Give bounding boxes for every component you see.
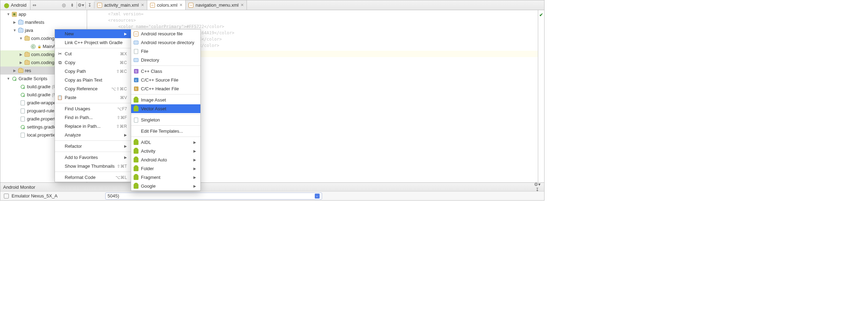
collapse-all-icon[interactable]: ⇟ [68,0,77,10]
menu-item[interactable]: Replace in Path... ⇧⌘R [55,122,131,131]
submenu-arrow-icon [193,140,196,144]
menu-item-icon [57,40,63,46]
tree-label: build.gradle [27,84,50,89]
menu-item-label: C++ Class [141,69,162,74]
menu-item[interactable]: S C++ Class [131,67,200,76]
menu-item[interactable]: Add to Favorites [55,153,131,162]
menu-item[interactable]: File [131,47,200,56]
menu-item[interactable]: Image Asset [131,96,200,104]
menu-separator [131,65,200,66]
menu-item-label: File [141,49,148,54]
close-icon[interactable]: ✕ [141,3,144,7]
menu-item[interactable]: New [55,29,131,38]
menu-item-label: Paste [65,95,76,100]
tree-label: Gradle Scripts [19,76,47,81]
menu-item[interactable]: ⧉ Copy ⌘C [55,58,131,67]
menu-item[interactable]: 📋 Paste ⌘V [55,93,131,102]
submenu-arrow-icon [124,144,127,148]
tree-arrow-icon[interactable] [7,77,10,81]
submenu-arrow-icon [124,155,127,159]
tree-label: local.properties [27,132,58,138]
menu-item-icon [133,57,139,63]
tree-arrow-icon[interactable] [13,28,16,32]
menu-item[interactable]: Find Usages ⌥F7 [55,104,131,113]
menu-item[interactable]: Copy Reference ⌥⇧⌘C [55,84,131,93]
menu-item[interactable]: Fragment [131,173,200,182]
menu-item[interactable]: Google [131,182,200,190]
tree-arrow-icon[interactable] [19,53,23,56]
menu-item[interactable]: Copy Path ⇧⌘C [55,67,131,76]
tree-node-icon [18,20,23,25]
menu-item-icon [133,31,139,37]
menu-item[interactable]: c C/C++ Source File [131,76,200,84]
menu-item[interactable]: AIDL [131,138,200,147]
collapse-expand-icon[interactable]: ⇔ [30,0,39,10]
tree-label: java [25,28,33,33]
menu-item[interactable]: Analyze [55,131,131,139]
menu-item[interactable]: Activity [131,147,200,155]
menu-item[interactable]: Android Auto [131,155,200,164]
menu-item[interactable]: Copy as Plain Text [55,76,131,84]
tree-arrow-icon[interactable] [19,36,23,40]
menu-item[interactable]: Vector Asset [131,104,200,113]
menu-shortcut: ⇧⌘R [116,124,127,129]
menu-item-icon [57,77,63,83]
menu-separator [55,172,131,172]
menu-item[interactable]: Directory [131,56,200,64]
menu-item[interactable]: h C/C++ Header File [131,84,200,93]
tree-arrow-icon[interactable] [13,69,16,72]
menu-item[interactable]: Find in Path... ⇧⌘F [55,113,131,122]
menu-item[interactable]: Android resource directory [131,38,200,47]
menu-item-label: Folder [141,166,154,171]
menu-item-icon [133,49,139,54]
menu-item[interactable]: Show Image Thumbnails ⇧⌘T [55,162,131,171]
hide-icon[interactable]: ↧ [86,0,94,10]
submenu-arrow-icon [193,158,196,162]
chevron-down-icon[interactable]: ⌄ [315,194,320,199]
menu-item[interactable]: Edit File Templates... [131,127,200,135]
tree-node-icon [20,108,26,114]
editor-tab[interactable]: colors.xml ✕ [147,0,186,10]
target-icon[interactable]: ◎ [60,0,68,10]
editor-tab[interactable]: activity_main.xml ✕ [94,0,147,10]
menu-item-icon [57,144,63,149]
menu-item[interactable]: ✂ Cut ⌘X [55,49,131,58]
top-toolbar: ⬤ Android ⇔ ◎ ⇟ ⚙▾ ↧ activity_main.xml ✕… [0,0,544,10]
tree-node-icon [24,52,30,57]
menu-shortcut: ⇧⌘C [116,69,127,74]
device-label: Emulator Nexus_5X_A [12,193,58,199]
menu-shortcut: ⌥F7 [117,106,127,111]
menu-item-label: Find Usages [65,106,90,111]
menu-item-icon [133,97,139,103]
menu-item[interactable]: Folder [131,164,200,173]
tool-window-tab[interactable]: Android Monitor [3,185,35,190]
menu-item-icon: S [133,69,139,74]
tree-item[interactable]: manifests [0,18,87,26]
editor-tab[interactable]: navigation_menu.xml ✕ [186,0,247,10]
menu-item[interactable]: Refactor [55,142,131,151]
menu-item-label: Reformat Code [65,175,95,180]
view-selector-label: Android [11,2,27,8]
process-selector[interactable]: 5045) ⌄ [105,193,322,200]
menu-item-icon [133,148,139,154]
gear-icon[interactable]: ⚙▾ [533,182,541,187]
tree-node-icon [20,84,26,90]
tree-arrow-icon[interactable] [7,12,10,16]
tab-label: activity_main.xml [104,2,139,8]
menu-item-label: Link C++ Project with Gradle [65,40,122,45]
gear-icon[interactable]: ⚙▾ [77,0,85,10]
menu-shortcut: ⇧⌘F [117,115,127,120]
menu-item-icon: 📋 [57,95,63,100]
close-icon[interactable]: ✕ [241,3,244,7]
menu-item[interactable]: Reformat Code ⌥⌘L [55,173,131,182]
menu-item[interactable]: Singleton [131,116,200,124]
menu-item-label: Android Auto [141,157,167,162]
view-selector[interactable]: ⬤ Android [0,0,30,10]
menu-item[interactable]: Link C++ Project with Gradle [55,38,131,47]
tree-item[interactable]: ▣ app [0,10,87,18]
menu-item-label: New [65,31,74,36]
tree-arrow-icon[interactable] [13,20,16,24]
tree-arrow-icon[interactable] [19,61,23,64]
close-icon[interactable]: ✕ [179,3,183,7]
menu-item[interactable]: Android resource file [131,29,200,38]
